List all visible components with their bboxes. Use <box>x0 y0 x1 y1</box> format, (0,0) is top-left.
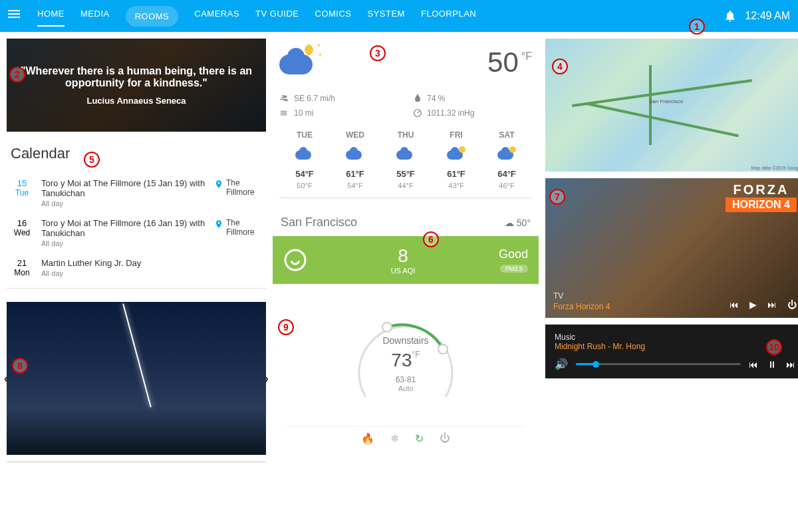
nav-tab-floorplan[interactable]: FLOORPLAN <box>421 6 476 27</box>
forecast-icon <box>295 146 314 162</box>
music-next-icon[interactable]: ⏭ <box>786 359 795 370</box>
aqi-body[interactable]: 8US AQI GoodPM2.5 <box>273 236 539 284</box>
game-source: TV <box>553 291 610 301</box>
calendar-item[interactable]: 15Tue Toro y Moi at The Fillmore (15 Jan… <box>7 173 266 213</box>
forecast-row: TUE54°F50°F WED61°F54°F THU55°F44°F FRI6… <box>279 130 532 198</box>
cal-location: The Fillmore <box>214 218 262 247</box>
play-icon[interactable]: ▶ <box>749 299 757 310</box>
calendar-card: Calendar 15Tue Toro y Moi at The Fillmor… <box>7 138 266 295</box>
nav-tab-system[interactable]: SYSTEM <box>368 6 405 27</box>
music-prev-icon[interactable]: ⏮ <box>749 359 758 370</box>
calendar-title: Calendar <box>7 145 266 162</box>
nav-tab-tvguide[interactable]: TV GUIDE <box>255 6 299 27</box>
nav-tab-rooms[interactable]: ROOMS <box>126 6 179 27</box>
cal-duration: All day <box>41 239 206 247</box>
svg-point-3 <box>438 344 448 354</box>
annotation-6: 6 <box>423 231 439 247</box>
traffic-map[interactable]: San Francisco Map data ©2019 Google <box>545 39 798 172</box>
humidity-icon <box>412 93 423 104</box>
thermostat-dial[interactable]: Downstairs 73°F 63-81 Auto <box>346 304 466 424</box>
cal-day: 15 <box>11 178 33 188</box>
annotation-10: 10 <box>766 339 782 355</box>
annotation-2: 2 <box>9 66 25 82</box>
forecast-icon <box>497 146 516 162</box>
annotation-8: 8 <box>12 358 28 374</box>
volume-icon[interactable]: 🔊 <box>555 358 568 370</box>
nav-tabs: HOME MEDIA ROOMS CAMERAS TV GUIDE COMICS… <box>37 6 724 27</box>
photo-carousel: ‹ › <box>7 302 266 462</box>
calendar-item[interactable]: 16Wed Toro y Moi at The Fillmore (16 Jan… <box>7 213 266 253</box>
carousel-prev-icon[interactable]: ‹ <box>4 372 8 386</box>
cal-location: The Fillmore <box>214 178 262 207</box>
power-icon[interactable]: ⏻ <box>787 299 797 310</box>
smile-face-icon <box>283 248 307 272</box>
thermo-power-icon[interactable]: ⏻ <box>440 432 450 445</box>
game-controls: ⏮ ▶ ⏭ ⏻ <box>730 299 797 310</box>
annotation-9: 9 <box>278 319 294 335</box>
cal-duration: All day <box>41 200 206 207</box>
thermostat-card: Downstairs 73°F 63-81 Auto 🔥 ❄ ↻ ⏻ <box>273 291 539 458</box>
nav-tab-comics[interactable]: COMICS <box>315 6 352 27</box>
aqi-city: San Francisco <box>281 215 357 229</box>
cal-event: Toro y Moi at The Fillmore (16 Jan 19) w… <box>41 218 206 238</box>
game-card[interactable]: FORZA HORIZON 4 TV Forza Horizon 4 ⏮ ▶ ⏭… <box>545 178 798 318</box>
cal-dow: Mon <box>11 268 33 277</box>
location-pin-icon <box>214 180 223 189</box>
prev-track-icon[interactable]: ⏮ <box>730 299 739 310</box>
thermostat-controls: 🔥 ❄ ↻ ⏻ <box>286 426 525 445</box>
carousel-image[interactable] <box>7 302 266 455</box>
visibility-icon <box>279 108 290 118</box>
aqi-scale: US AQI <box>391 267 416 275</box>
annotation-3: 3 <box>370 45 386 61</box>
cal-day: 16 <box>11 218 33 228</box>
weather-condition-icon: ✦✦ <box>279 43 326 82</box>
pressure-icon <box>412 108 423 118</box>
nav-tab-media[interactable]: MEDIA <box>80 6 110 27</box>
map-attribution: Map data ©2019 Google <box>751 166 798 170</box>
aqi-card: San Francisco ☁ 50° 8US AQI GoodPM2.5 <box>273 209 539 284</box>
cal-event: Martin Luther King Jr. Day <box>41 258 262 268</box>
quote-text: "Wherever there is a human being, there … <box>20 65 253 89</box>
cal-dow: Tue <box>11 188 33 198</box>
carousel-next-icon[interactable]: › <box>265 372 269 386</box>
forecast-day[interactable]: WED61°F54°F <box>330 130 380 190</box>
notifications-icon[interactable] <box>724 9 737 23</box>
annotation-4: 4 <box>552 59 568 74</box>
top-header: HOME MEDIA ROOMS CAMERAS TV GUIDE COMICS… <box>0 0 798 32</box>
thermostat-range: 63-81 <box>382 375 428 384</box>
calendar-item[interactable]: 21Mon Martin Luther King Jr. DayAll day <box>7 253 266 283</box>
volume-slider[interactable] <box>576 363 741 365</box>
music-pause-icon[interactable]: ⏸ <box>767 359 777 370</box>
annotation-7: 7 <box>549 189 565 205</box>
cal-duration: All day <box>41 269 262 277</box>
nav-tab-home[interactable]: HOME <box>37 6 65 27</box>
dashboard-grid: "Wherever there is a human being, there … <box>0 32 798 469</box>
forecast-day[interactable]: FRI61°F43°F <box>431 130 481 190</box>
thermostat-name: Downstairs <box>382 335 428 346</box>
current-temperature: 50°F <box>487 47 532 78</box>
hamburger-menu-icon[interactable] <box>8 8 24 24</box>
quote-author: Lucius Annaeus Seneca <box>86 96 186 106</box>
thermostat-temp: 73°F <box>382 350 428 371</box>
forecast-day[interactable]: THU55°F44°F <box>380 130 431 190</box>
weather-card: ✦✦ 50°F SE 6.7 mi/h 74 % 10 mi 1011.32 i… <box>273 39 539 202</box>
thermo-auto-icon[interactable]: ↻ <box>415 432 424 445</box>
location-pin-icon <box>214 219 223 229</box>
aqi-outdoor-temp: ☁ 50° <box>505 217 531 228</box>
clock-time: 12:49 AM <box>745 10 790 22</box>
forecast-day[interactable]: TUE54°F50°F <box>279 130 330 190</box>
forecast-icon <box>346 146 364 162</box>
wind-reading: SE 6.7 mi/h <box>279 93 399 104</box>
nav-tab-cameras[interactable]: CAMERAS <box>194 6 239 27</box>
music-source: Music <box>555 332 795 342</box>
music-track: Midnight Rush - Mr. Hong <box>555 342 795 351</box>
thermo-cool-icon[interactable]: ❄ <box>390 432 399 445</box>
annotation-5: 5 <box>84 152 100 168</box>
quote-card: "Wherever there is a human being, there … <box>7 39 266 132</box>
thermo-heat-icon[interactable]: 🔥 <box>361 432 374 445</box>
next-track-icon[interactable]: ⏭ <box>767 299 777 310</box>
aqi-quality: Good <box>499 247 528 261</box>
annotation-1: 1 <box>689 19 705 35</box>
forecast-day[interactable]: SAT64°F46°F <box>481 130 532 190</box>
svg-point-2 <box>382 323 392 332</box>
